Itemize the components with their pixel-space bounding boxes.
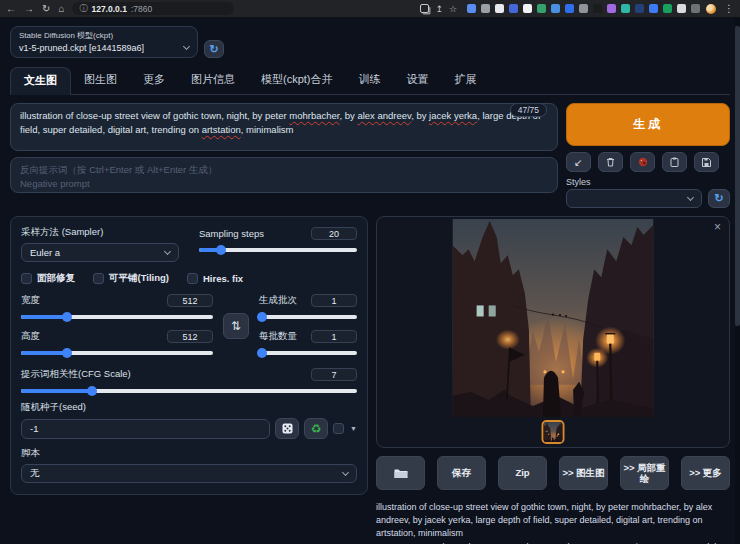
zip-button[interactable]: Zip [498,456,547,490]
tab-png-info[interactable]: 图片信息 [178,67,248,94]
generated-image[interactable] [453,219,654,417]
folder-icon [394,468,408,479]
extension-icon[interactable] [691,4,700,13]
negative-prompt-input[interactable]: 反向提示词（按 Ctrl+Enter 或 Alt+Enter 生成） Negat… [10,157,558,193]
batch-count-slider[interactable] [259,315,357,319]
back-icon[interactable]: ← [6,0,16,17]
width-slider[interactable] [21,315,213,319]
slider-handle[interactable] [257,312,267,322]
model-checkpoint-label: Stable Diffusion 模型(ckpt) [19,30,189,41]
send-to-inpaint-button[interactable]: >> 局部重绘 [620,456,669,490]
results-column: × 保存 Zip >> 图生图 >> 局部重绘 >> 更多 illustrati… [376,216,730,544]
generation-settings-panel: 采样方法 (Sampler) Euler a Sampling steps 20… [10,216,368,495]
extension-icon[interactable] [481,4,490,13]
slider-handle[interactable] [62,348,72,358]
chevron-down-icon [183,43,190,50]
address-bar[interactable]: ⓘ 127.0.0.1:7860 [72,2,234,15]
batch-count-value-input[interactable]: 1 [311,294,357,307]
extension-icon[interactable] [663,4,672,13]
seed-input[interactable]: -1 [21,419,270,439]
scrollbar-thumb[interactable] [735,26,740,326]
width-value-input[interactable]: 512 [167,294,213,307]
tab-settings[interactable]: 设置 [394,67,442,94]
browser-menu-icon[interactable]: ⋮ [724,3,734,14]
prompt-fragment: , by [339,110,357,121]
tiling-checkbox[interactable] [93,273,104,284]
batch-size-value-input[interactable]: 1 [311,330,357,343]
extension-icon[interactable] [593,4,602,13]
sampler-dropdown[interactable]: Euler a [21,243,179,262]
script-dropdown[interactable]: 无 [21,464,357,483]
save-image-button[interactable]: 保存 [437,456,486,490]
random-seed-button[interactable] [275,418,299,439]
restore-faces-checkbox[interactable] [21,273,32,284]
home-icon[interactable]: ⌂ [58,0,64,17]
refresh-checkpoints-button[interactable]: ↻ [204,40,224,58]
extension-icon[interactable] [621,4,630,13]
extension-icon[interactable] [509,4,518,13]
caret-down-icon[interactable]: ▼ [350,425,357,432]
steps-value-input[interactable]: 20 [311,227,357,240]
clear-prompt-button[interactable] [598,152,623,172]
paste-params-button[interactable]: ↙ [566,152,591,172]
height-slider[interactable] [21,351,213,355]
reload-icon[interactable]: ↻ [42,0,50,17]
copy-style-button[interactable] [662,152,687,172]
save-style-button[interactable] [694,152,719,172]
restore-faces-label: 面部修复 [37,272,75,285]
send-to-img2img-button[interactable]: >> 图生图 [559,456,608,490]
tab-extras[interactable]: 更多 [130,67,178,94]
cfg-scale-slider[interactable] [21,389,357,393]
style-apply-button[interactable] [630,152,655,172]
tab-train[interactable]: 训练 [346,67,394,94]
extension-icon[interactable] [607,4,616,13]
tab-checkpoint-merger[interactable]: 模型(ckpt)合并 [248,67,346,94]
send-to-extras-button[interactable]: >> 更多 [681,456,730,490]
close-icon[interactable]: × [714,220,721,234]
prompt-input[interactable]: 47/75 illustration of close-up street vi… [10,103,558,151]
extension-icon[interactable] [495,4,504,13]
extra-seed-checkbox[interactable] [333,423,344,434]
extension-icon[interactable] [635,4,644,13]
refresh-styles-button[interactable]: ↻ [708,189,730,208]
bookmark-star-icon[interactable]: ☆ [449,4,457,14]
slider-handle[interactable] [216,245,226,255]
extension-icon[interactable] [677,4,686,13]
slider-handle[interactable] [62,312,72,322]
negative-prompt-placeholder-en: Negative prompt [20,177,548,191]
generate-button[interactable]: 生成 [566,103,730,146]
swap-width-height-button[interactable]: ⇅ [223,313,249,339]
forward-icon[interactable]: → [24,0,34,17]
tab-txt2img[interactable]: 文生图 [10,67,71,95]
extension-icon[interactable] [523,4,532,13]
tab-extensions[interactable]: 扩展 [442,67,490,94]
styles-label: Styles [566,177,730,187]
translate-icon[interactable] [420,4,429,13]
extension-icon[interactable] [537,4,546,13]
extension-icon[interactable] [579,4,588,13]
slider-handle[interactable] [87,386,97,396]
extension-icon[interactable] [551,4,560,13]
reuse-seed-button[interactable]: ♻ [304,418,328,439]
open-folder-button[interactable] [376,456,425,490]
prompt-fragment: , minimalism [241,124,294,135]
gallery-thumbnail[interactable] [542,420,565,444]
share-icon[interactable]: ↥ [435,4,443,14]
hires-fix-checkbox[interactable] [187,273,198,284]
styles-dropdown[interactable] [566,189,702,208]
extension-icon[interactable] [565,4,574,13]
extension-icon[interactable] [649,4,658,13]
page-scrollbar[interactable] [735,18,740,544]
cfg-scale-value-input[interactable]: 7 [311,368,357,381]
extension-icon[interactable] [467,4,476,13]
site-info-icon[interactable]: ⓘ [79,3,87,14]
tiling-label: 可平铺(Tiling) [109,272,169,285]
refresh-icon: ↻ [714,192,723,205]
slider-handle[interactable] [257,348,267,358]
tab-img2img[interactable]: 图生图 [71,67,130,94]
profile-avatar[interactable] [706,4,716,14]
steps-slider[interactable] [199,248,357,252]
model-checkpoint-select[interactable]: Stable Diffusion 模型(ckpt) v1-5-pruned.ck… [10,26,198,58]
batch-size-slider[interactable] [259,351,357,355]
height-value-input[interactable]: 512 [167,330,213,343]
